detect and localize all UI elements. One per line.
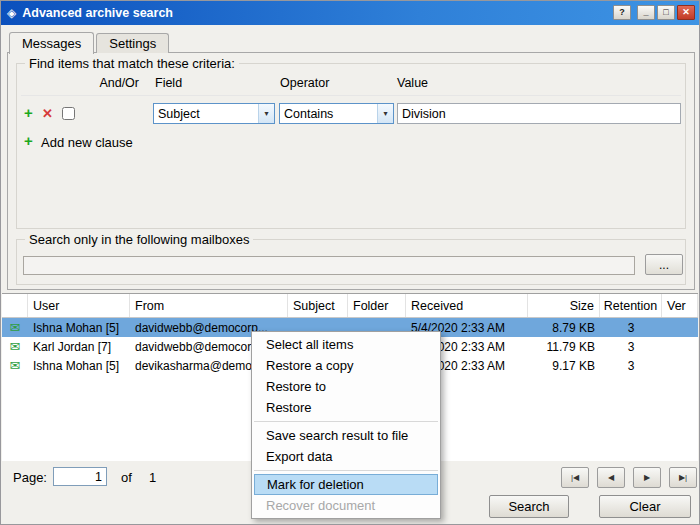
chevron-down-icon: ▾ bbox=[377, 104, 393, 123]
close-button[interactable]: ✕ bbox=[677, 5, 695, 20]
add-clause-icon[interactable]: + bbox=[24, 132, 33, 149]
app-icon: ◈ bbox=[7, 6, 16, 20]
advanced-archive-search-window: ◈ Advanced archive search ? _ □ ✕ Messag… bbox=[0, 0, 700, 525]
add-criteria-icon[interactable]: + bbox=[24, 104, 33, 121]
mailboxes-group-label: Search only in the following mailboxes bbox=[25, 232, 253, 247]
first-page-button[interactable]: |◀ bbox=[561, 467, 589, 488]
cell-user: Ishna Mohan [5] bbox=[28, 359, 130, 373]
page-label: Page: bbox=[13, 470, 47, 485]
browse-mailboxes-button[interactable]: ... bbox=[645, 254, 683, 275]
remove-criteria-icon[interactable]: ✕ bbox=[42, 106, 53, 121]
cell-retention: 3 bbox=[600, 321, 662, 335]
menu-separator bbox=[254, 470, 438, 471]
page-of-label: of bbox=[121, 470, 132, 485]
previous-page-button[interactable]: ◀ bbox=[597, 467, 625, 488]
window-controls: ? _ □ ✕ bbox=[613, 5, 695, 20]
messages-tab-panel: Find items that match these criteria: An… bbox=[7, 52, 695, 290]
value-input[interactable] bbox=[397, 103, 681, 124]
cell-size: 11.79 KB bbox=[528, 340, 600, 354]
clear-button[interactable]: Clear bbox=[599, 495, 691, 518]
column-header-version[interactable]: Ver bbox=[662, 294, 698, 317]
add-new-clause-link[interactable]: Add new clause bbox=[41, 135, 133, 150]
cell-retention: 3 bbox=[600, 340, 662, 354]
menu-item-save-search-result-to-file[interactable]: Save search result to file bbox=[252, 425, 440, 446]
maximize-button[interactable]: □ bbox=[657, 5, 675, 20]
criteria-groupbox: Find items that match these criteria: An… bbox=[16, 63, 686, 229]
menu-item-restore-a-copy[interactable]: Restore a copy bbox=[252, 355, 440, 376]
tab-bar: Messages Settings bbox=[9, 31, 171, 53]
menu-item-export-data[interactable]: Export data bbox=[252, 446, 440, 467]
menu-item-restore-to[interactable]: Restore to bbox=[252, 376, 440, 397]
cell-size: 8.79 KB bbox=[528, 321, 600, 335]
column-header-andor: And/Or bbox=[89, 76, 139, 90]
column-header-received[interactable]: Received bbox=[406, 294, 528, 317]
column-header-subject[interactable]: Subject bbox=[288, 294, 348, 317]
minimize-button[interactable]: _ bbox=[637, 5, 655, 20]
window-title: Advanced archive search bbox=[22, 6, 173, 20]
column-header-size[interactable]: Size bbox=[528, 294, 600, 317]
cell-user: Karl Jordan [7] bbox=[28, 340, 130, 354]
operator-dropdown-value: Contains bbox=[280, 107, 377, 121]
tab-settings[interactable]: Settings bbox=[96, 33, 169, 53]
results-header-row: User From Subject Folder Received Size R… bbox=[2, 294, 698, 318]
column-header-icon bbox=[2, 294, 28, 317]
mailboxes-groupbox: Search only in the following mailboxes .… bbox=[16, 239, 686, 285]
menu-separator bbox=[254, 421, 438, 422]
column-header-field: Field bbox=[155, 76, 182, 90]
operator-dropdown[interactable]: Contains ▾ bbox=[279, 103, 394, 124]
criteria-group-label: Find items that match these criteria: bbox=[25, 56, 239, 71]
next-page-button[interactable]: ▶ bbox=[633, 467, 661, 488]
field-dropdown-value: Subject bbox=[154, 107, 258, 121]
column-header-operator: Operator bbox=[280, 76, 329, 90]
column-header-folder[interactable]: Folder bbox=[348, 294, 406, 317]
menu-item-restore[interactable]: Restore bbox=[252, 397, 440, 418]
cell-retention: 3 bbox=[600, 359, 662, 373]
tab-messages[interactable]: Messages bbox=[9, 32, 94, 54]
criteria-header-divider bbox=[21, 95, 681, 96]
cell-size: 9.17 KB bbox=[528, 359, 600, 373]
mail-icon: ✉ bbox=[10, 320, 21, 335]
menu-item-select-all-items[interactable]: Select all items bbox=[252, 334, 440, 355]
context-menu: Select all items Restore a copy Restore … bbox=[251, 331, 441, 519]
page-number-input[interactable] bbox=[53, 467, 107, 486]
mailbox-input[interactable] bbox=[23, 256, 635, 275]
help-button[interactable]: ? bbox=[613, 5, 631, 20]
column-header-user[interactable]: User bbox=[28, 294, 130, 317]
criteria-checkbox[interactable] bbox=[62, 107, 75, 120]
column-header-retention[interactable]: Retention bbox=[600, 294, 662, 317]
mail-icon: ✉ bbox=[10, 358, 21, 373]
menu-item-mark-for-deletion[interactable]: Mark for deletion bbox=[254, 474, 438, 495]
page-total: 1 bbox=[149, 470, 156, 485]
column-header-from[interactable]: From bbox=[130, 294, 288, 317]
search-button[interactable]: Search bbox=[489, 495, 569, 518]
field-dropdown[interactable]: Subject ▾ bbox=[153, 103, 275, 124]
menu-item-recover-document: Recover document bbox=[252, 495, 440, 516]
mail-icon: ✉ bbox=[10, 339, 21, 354]
titlebar[interactable]: ◈ Advanced archive search ? _ □ ✕ bbox=[1, 1, 699, 25]
cell-user: Ishna Mohan [5] bbox=[28, 321, 130, 335]
last-page-button[interactable]: ▶| bbox=[669, 467, 697, 488]
chevron-down-icon: ▾ bbox=[258, 104, 274, 123]
column-header-value: Value bbox=[397, 76, 428, 90]
